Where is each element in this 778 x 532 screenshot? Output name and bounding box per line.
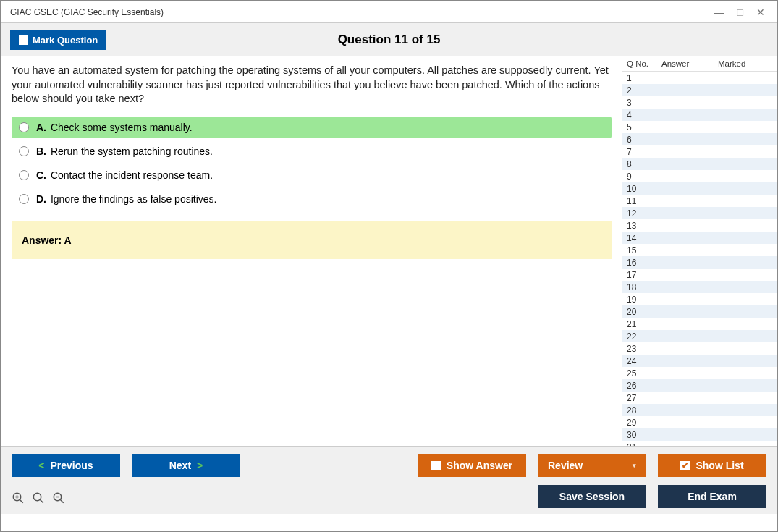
question-text: You have an automated system for patchin… [12, 64, 612, 106]
question-list-row[interactable]: 3 [622, 96, 777, 109]
row-qno: 21 [627, 319, 661, 329]
question-list-row[interactable]: 4 [622, 109, 777, 121]
next-button[interactable]: Next > [132, 454, 240, 477]
option-text: D. Ignore the findings as false positive… [36, 193, 216, 205]
question-list-row[interactable]: 27 [622, 392, 777, 404]
row-qno: 13 [627, 221, 661, 231]
question-list-row[interactable]: 8 [622, 158, 777, 170]
row-qno: 19 [627, 295, 661, 305]
row-qno: 4 [627, 110, 661, 120]
option-text: B. Rerun the system patching routines. [36, 145, 213, 157]
zoom-out-icon[interactable] [52, 491, 65, 508]
question-list-header: Q No. Answer Marked [622, 56, 777, 72]
question-list-row[interactable]: 13 [622, 219, 777, 232]
row-qno: 20 [627, 307, 661, 317]
mark-question-label: Mark Question [33, 35, 98, 46]
show-answer-button[interactable]: Show Answer [418, 454, 526, 477]
row-qno: 18 [627, 282, 661, 292]
minimize-icon[interactable]: — [714, 7, 724, 18]
row-qno: 7 [627, 147, 661, 157]
end-exam-label: End Exam [688, 491, 737, 502]
question-list-row[interactable]: 22 [622, 330, 777, 342]
question-list-row[interactable]: 9 [622, 170, 777, 182]
row-qno: 12 [627, 208, 661, 219]
question-list-row[interactable]: 6 [622, 133, 777, 145]
row-qno: 8 [627, 159, 661, 169]
end-exam-button[interactable]: End Exam [658, 485, 766, 508]
answer-option[interactable]: B. Rerun the system patching routines. [12, 140, 612, 162]
question-list-row[interactable]: 16 [622, 256, 777, 269]
row-qno: 16 [627, 258, 661, 268]
question-list-row[interactable]: 31 [622, 441, 777, 446]
row-qno: 25 [627, 368, 661, 379]
question-list-row[interactable]: 24 [622, 355, 777, 367]
checkbox-checked-icon: ✔ [680, 461, 690, 470]
row-qno: 1 [627, 73, 661, 83]
row-qno: 30 [627, 430, 661, 440]
col-marked: Marked [718, 59, 777, 68]
question-list-row[interactable]: 1 [622, 72, 777, 84]
question-list-row[interactable]: 17 [622, 269, 777, 281]
chevron-left-icon: < [38, 460, 44, 471]
row-qno: 11 [627, 196, 661, 206]
row-qno: 27 [627, 393, 661, 403]
answer-option[interactable]: D. Ignore the findings as false positive… [12, 188, 612, 210]
question-list-row[interactable]: 15 [622, 244, 777, 256]
chevron-right-icon: > [197, 460, 203, 471]
radio-icon [19, 170, 29, 180]
svg-line-5 [40, 499, 43, 503]
answer-box: Answer: A [12, 221, 612, 259]
question-list-row[interactable]: 5 [622, 121, 777, 133]
question-counter: Question 11 of 15 [338, 33, 441, 47]
options-list: A. Check some systems manually.B. Rerun … [12, 117, 612, 210]
answer-label: Answer: A [22, 235, 72, 246]
question-list[interactable]: 1234567891011121314151617181920212223242… [622, 72, 777, 446]
question-list-row[interactable]: 7 [622, 145, 777, 158]
mark-question-button[interactable]: Mark Question [10, 30, 106, 50]
question-list-row[interactable]: 14 [622, 232, 777, 244]
question-list-row[interactable]: 29 [622, 416, 777, 428]
question-list-row[interactable]: 12 [622, 207, 777, 219]
row-qno: 5 [627, 122, 661, 132]
button-row-1: < Previous Next > Show Answer Review ▾ ✔… [12, 454, 766, 477]
question-list-row[interactable]: 28 [622, 404, 777, 416]
answer-option[interactable]: A. Check some systems manually. [12, 117, 612, 138]
row-qno: 17 [627, 270, 661, 280]
radio-icon [19, 194, 29, 204]
svg-line-1 [20, 499, 23, 503]
row-qno: 28 [627, 405, 661, 415]
review-label: Review [548, 460, 583, 471]
question-list-row[interactable]: 26 [622, 379, 777, 392]
maximize-icon[interactable]: □ [737, 7, 743, 18]
review-button[interactable]: Review ▾ [538, 454, 646, 477]
question-list-row[interactable]: 18 [622, 281, 777, 293]
question-list-row[interactable]: 20 [622, 305, 777, 318]
question-list-row[interactable]: 30 [622, 428, 777, 441]
question-list-row[interactable]: 19 [622, 293, 777, 305]
zoom-reset-icon[interactable] [32, 491, 45, 508]
zoom-in-icon[interactable] [12, 491, 25, 508]
answer-option[interactable]: C. Contact the incident response team. [12, 164, 612, 186]
previous-label: Previous [51, 460, 93, 471]
row-qno: 3 [627, 98, 661, 108]
question-list-row[interactable]: 21 [622, 318, 777, 330]
question-list-row[interactable]: 25 [622, 367, 777, 379]
svg-point-4 [33, 493, 41, 501]
question-list-row[interactable]: 11 [622, 195, 777, 207]
show-list-button[interactable]: ✔ Show List [658, 454, 766, 477]
row-qno: 23 [627, 344, 661, 354]
button-row-2: Save Session End Exam [12, 484, 766, 508]
zoom-controls [12, 491, 65, 508]
save-session-button[interactable]: Save Session [538, 485, 646, 508]
question-list-row[interactable]: 2 [622, 84, 777, 96]
row-qno: 14 [627, 233, 661, 243]
checkbox-icon [19, 35, 28, 45]
previous-button[interactable]: < Previous [12, 454, 120, 477]
question-list-panel: Q No. Answer Marked 12345678910111213141… [622, 56, 777, 446]
chevron-down-icon: ▾ [633, 462, 636, 469]
row-qno: 10 [627, 184, 661, 194]
show-answer-label: Show Answer [447, 460, 512, 471]
close-icon[interactable]: ✕ [756, 7, 765, 18]
question-list-row[interactable]: 10 [622, 182, 777, 195]
question-list-row[interactable]: 23 [622, 342, 777, 355]
